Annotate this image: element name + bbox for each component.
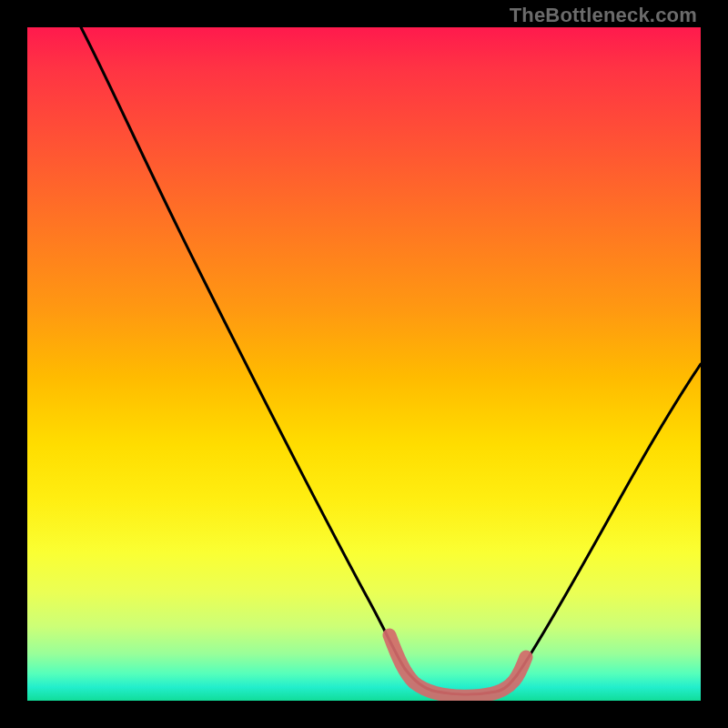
highlight-band xyxy=(389,635,526,696)
bottleneck-curve-right xyxy=(517,364,701,675)
plot-area xyxy=(27,27,701,701)
chart-container: TheBottleneck.com xyxy=(0,0,728,728)
curve-svg xyxy=(27,27,701,701)
watermark-text: TheBottleneck.com xyxy=(510,4,697,27)
bottleneck-curve-left xyxy=(81,27,405,669)
